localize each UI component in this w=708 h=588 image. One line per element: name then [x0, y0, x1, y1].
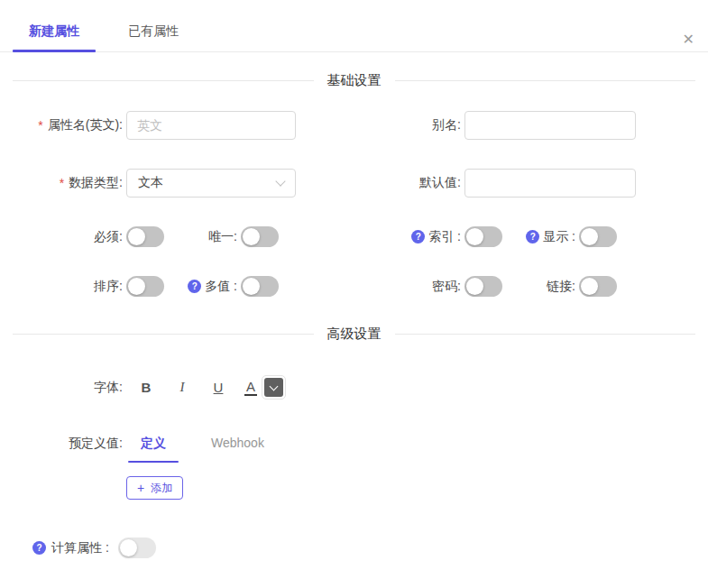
help-icon[interactable]: ? [32, 541, 46, 555]
index-toggle[interactable] [464, 226, 502, 247]
required-mark: * [60, 176, 64, 190]
multi-toggle-label-text: 多值 : [205, 279, 237, 295]
font-toolbar: B I U A [128, 375, 286, 400]
font-color-button[interactable]: A [244, 379, 257, 396]
font-label-text: 字体: [94, 380, 123, 396]
attribute-form: * 属性名(英文): 别名: * 数据类型: 文本 [0, 111, 708, 297]
help-icon[interactable]: ? [188, 280, 201, 293]
display-toggle[interactable] [579, 226, 617, 247]
chevron-down-icon [270, 381, 279, 390]
unique-toggle-label-text: 唯一: [208, 229, 237, 245]
required-toggle-label: 必须: [0, 229, 126, 245]
password-toggle-label-text: 密码: [432, 279, 461, 295]
bold-button[interactable]: B [128, 380, 164, 395]
required-mark: * [38, 118, 42, 133]
form-row-toggles-2: 排序: ? 多值 : 密码: 链接: [0, 276, 708, 297]
unique-toggle[interactable] [241, 226, 279, 247]
index-toggle-label-text: 索引 : [428, 229, 461, 245]
attr-name-label-text: 属性名(英文): [48, 117, 123, 133]
default-value-label: 默认值: [388, 175, 464, 191]
section-divider-advanced: 高级设置 [13, 326, 695, 343]
tab-webhook[interactable]: Webhook [198, 430, 277, 463]
section-title-basic: 基础设置 [314, 72, 395, 89]
help-icon[interactable]: ? [526, 230, 539, 243]
unique-toggle-label: 唯一: [164, 229, 241, 245]
attr-name-label: * 属性名(英文): [0, 117, 126, 133]
tab-bar: 新建属性 已有属性 [0, 23, 708, 52]
multi-toggle[interactable] [241, 276, 279, 297]
computed-toggle[interactable] [118, 537, 156, 558]
plus-icon: + [137, 482, 144, 494]
font-color-dropdown[interactable] [262, 375, 286, 400]
help-icon[interactable]: ? [411, 230, 425, 243]
chevron-down-icon [275, 176, 285, 186]
sort-toggle[interactable] [126, 276, 164, 297]
predefined-label: 预定义值: [0, 430, 126, 452]
sort-toggle-label: 排序: [0, 279, 126, 295]
display-toggle-label-text: 显示 : [543, 229, 575, 245]
link-toggle-label-text: 链接: [547, 279, 575, 295]
tab-define[interactable]: 定义 [128, 430, 179, 463]
data-type-label: * 数据类型: [0, 175, 126, 191]
link-toggle-label: 链接: [502, 279, 579, 295]
data-type-selected-value: 文本 [138, 175, 163, 191]
password-toggle-label: 密码: [388, 279, 464, 295]
computed-attribute-row: ? 计算属性 : [0, 537, 708, 558]
underline-button[interactable]: U [200, 380, 236, 395]
required-toggle-label-text: 必须: [94, 229, 123, 245]
default-value-input[interactable] [464, 169, 636, 198]
alias-label-text: 别名: [432, 117, 461, 133]
font-label: 字体: [0, 380, 126, 396]
display-toggle-label: ? 显示 : [502, 229, 579, 245]
index-toggle-label: ? 索引 : [388, 229, 464, 245]
close-icon[interactable]: ✕ [683, 32, 694, 47]
alias-label: 别名: [388, 117, 464, 133]
predefined-values-row: 预定义值: 定义 Webhook [0, 430, 708, 463]
form-row-type-default: * 数据类型: 文本 默认值: [0, 169, 708, 198]
alias-input[interactable] [464, 111, 636, 140]
add-button[interactable]: + 添加 [126, 476, 183, 500]
italic-button[interactable]: I [164, 380, 200, 395]
link-toggle[interactable] [579, 276, 617, 297]
add-button-label: 添加 [151, 481, 172, 496]
data-type-select[interactable]: 文本 [126, 169, 296, 198]
attr-name-input[interactable] [126, 111, 296, 140]
data-type-label-text: 数据类型: [69, 175, 123, 191]
tab-new-attribute[interactable]: 新建属性 [27, 23, 81, 51]
form-row-name-alias: * 属性名(英文): 别名: [0, 111, 708, 140]
tab-existing-attribute[interactable]: 已有属性 [126, 23, 180, 51]
default-value-label-text: 默认值: [419, 175, 461, 191]
multi-toggle-label: ? 多值 : [164, 279, 241, 295]
font-color-dropdown-box [264, 378, 283, 397]
form-row-toggles-1: 必须: 唯一: ? 索引 : ? 显示 : [0, 226, 708, 247]
add-row: + 添加 [126, 476, 708, 500]
new-attribute-dialog: ✕ 新建属性 已有属性 基础设置 * 属性名(英文): 别名: [0, 23, 708, 588]
section-title-advanced: 高级设置 [314, 326, 395, 343]
sort-toggle-label-text: 排序: [94, 279, 123, 295]
predefined-tabs: 定义 Webhook [128, 430, 277, 463]
font-settings-row: 字体: B I U A [0, 375, 708, 400]
password-toggle[interactable] [464, 276, 502, 297]
computed-toggle-label: 计算属性 : [51, 540, 109, 556]
required-toggle[interactable] [126, 226, 164, 247]
predefined-label-text: 预定义值: [69, 436, 123, 452]
section-divider-basic: 基础设置 [13, 72, 695, 89]
